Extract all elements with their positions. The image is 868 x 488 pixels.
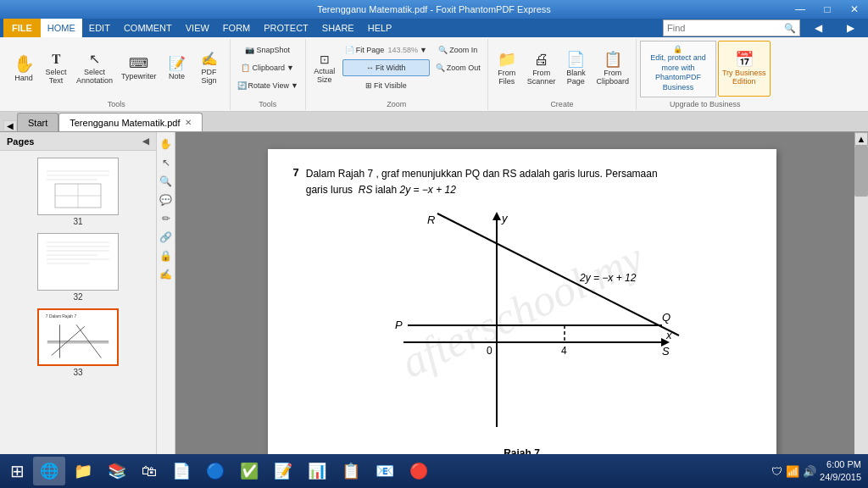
title-bar: Terengganu Matematik.pdf - Foxit Phantom…	[0, 0, 868, 19]
menu-file[interactable]: FILE	[3, 19, 41, 37]
scroll-up-button[interactable]: ▲	[854, 132, 868, 146]
taskbar-library[interactable]: 📚	[101, 457, 133, 485]
menu-edit[interactable]: EDIT	[82, 19, 117, 37]
menu-bar: FILE HOME EDIT COMMENT VIEW FORM PROTECT…	[0, 19, 868, 37]
try-business-button[interactable]: 📅 Try BusinessEdition	[718, 41, 771, 97]
fit-width-button[interactable]: ↔ Fit Width	[342, 59, 430, 76]
menu-protect[interactable]: PROTECT	[257, 19, 315, 37]
vertical-scrollbar[interactable]: ▲ ▼	[854, 132, 868, 469]
blank-page-button[interactable]: 📄 BlankPage	[560, 41, 591, 97]
actual-size-button[interactable]: ⊡ ActualSize	[309, 41, 340, 97]
tool-zoom[interactable]: 🔍	[158, 173, 175, 190]
menu-home[interactable]: HOME	[41, 19, 82, 37]
menu-help[interactable]: HELP	[361, 19, 399, 37]
minimize-button[interactable]: —	[787, 0, 814, 19]
clock[interactable]: 6:00 PM 24/9/2015	[820, 458, 861, 485]
window-controls: — □ ✕	[787, 0, 868, 19]
ribbon-group-tools: ✋ Hand 𝐓 SelectText ↖ SelectAnnotation ⌨…	[3, 39, 231, 110]
calendar-icon: 📅	[735, 52, 754, 67]
select-annotation-icon: ↖	[89, 53, 100, 66]
search-box[interactable]: 🔍	[663, 19, 800, 36]
menu-comment[interactable]: COMMENT	[117, 19, 179, 37]
tab-document[interactable]: Terengganu Matematik.pdf ✕	[58, 113, 203, 131]
search-input[interactable]	[667, 23, 784, 33]
select-annotation-button[interactable]: ↖ SelectAnnotation	[73, 41, 116, 97]
page-preview-32	[38, 234, 118, 290]
clipboard-button[interactable]: 📋 Clipboard ▼	[235, 59, 301, 76]
tool-lock[interactable]: 🔒	[158, 247, 175, 264]
clipboard-dropdown-icon[interactable]: ▼	[287, 64, 294, 72]
from-scanner-button[interactable]: 🖨 FromScanner	[524, 41, 559, 97]
snapshot-button[interactable]: 📷 SnapShot	[235, 42, 301, 58]
tab-close-icon[interactable]: ✕	[185, 118, 192, 127]
fit-page-button[interactable]: 📄 Fit Page 143.58% ▼	[342, 42, 430, 58]
sidebar-collapse-button[interactable]: ◀	[142, 136, 149, 146]
taskbar-outlook[interactable]: 📧	[369, 457, 401, 485]
taskbar-foxit[interactable]: 📄	[165, 457, 198, 485]
tool-link[interactable]: 🔗	[158, 229, 175, 246]
select-annotation-label: SelectAnnotation	[76, 68, 113, 85]
page-thumb-33[interactable]: 7 Dalam Rajah 7 33	[37, 308, 119, 377]
page-preview-33: 7 Dalam Rajah 7	[39, 309, 117, 365]
taskbar-chrome[interactable]: 🔵	[199, 457, 231, 485]
zoom-dropdown[interactable]: ▼	[420, 46, 427, 54]
pdf-sign-label: PDFSign	[202, 68, 217, 85]
avira-icon: 🛡	[771, 465, 782, 478]
select-text-button[interactable]: 𝐓 SelectText	[41, 41, 71, 97]
point-s-label: S	[662, 345, 670, 358]
from-clipboard-button[interactable]: 📋 FromClipboard	[593, 41, 632, 97]
menu-form[interactable]: FORM	[216, 19, 257, 37]
tab-nav-left[interactable]: ◀	[3, 120, 17, 131]
taskbar-powerpoint[interactable]: 📋	[335, 457, 367, 485]
from-files-button[interactable]: 📁 FromFiles	[492, 41, 522, 97]
tab-start[interactable]: Start	[17, 113, 58, 131]
svg-text:7  Dalam Rajah 7: 7 Dalam Rajah 7	[46, 314, 77, 319]
snapshot-label: SnapShot	[256, 46, 290, 54]
scroll-track[interactable]	[854, 146, 868, 456]
system-tray-icons: 🛡 📶 🔊	[771, 465, 816, 478]
taskbar-task[interactable]: ✅	[233, 457, 265, 485]
maximize-button[interactable]: □	[814, 0, 841, 19]
y-axis-arrow	[492, 212, 501, 220]
rotate-dropdown-icon[interactable]: ▼	[291, 81, 298, 90]
page-thumb-img-33: 7 Dalam Rajah 7	[37, 308, 119, 366]
note-button[interactable]: 📝 Note	[162, 41, 192, 97]
search-icon: 🔍	[784, 23, 796, 34]
fit-visible-button[interactable]: ⊞ Fit Visible	[342, 77, 430, 94]
close-button[interactable]: ✕	[841, 0, 868, 19]
menu-view[interactable]: VIEW	[179, 19, 216, 37]
ribbon-group-upgrade: 🔒 Edit, protect and more with PhantomPDF…	[637, 39, 774, 110]
hand-label: Hand	[14, 74, 33, 82]
tool-comment[interactable]: 💬	[158, 191, 175, 208]
sidebar-header: Pages ◀	[0, 132, 156, 151]
taskbar-ie[interactable]: 🌐	[33, 457, 65, 485]
tool-select[interactable]: ↖	[158, 154, 175, 171]
zoom-in-button[interactable]: 🔍 Zoom In	[433, 42, 483, 58]
zoom-out-button[interactable]: 🔍 Zoom Out	[433, 59, 483, 76]
from-clipboard-label: FromClipboard	[596, 69, 629, 86]
tools-group-label: Tools	[108, 98, 125, 108]
tool-markup[interactable]: ✏	[158, 210, 175, 227]
create-group-label: Create	[550, 98, 573, 108]
chrome-icon: 🔵	[206, 462, 225, 480]
taskbar-explorer[interactable]: 📁	[67, 457, 99, 485]
taskbar-pdf[interactable]: 🔴	[403, 457, 435, 485]
typewriter-button[interactable]: ⌨ Typewriter	[118, 41, 160, 97]
edit-protect-button[interactable]: 🔒 Edit, protect and more with PhantomPDF…	[640, 41, 716, 97]
hand-button[interactable]: ✋ Hand	[8, 41, 39, 97]
taskbar-right: 🛡 📶 🔊 6:00 PM 24/9/2015	[771, 458, 865, 485]
page-thumb-img-32	[37, 233, 119, 291]
rotate-view-button[interactable]: 🔄 Rotate View ▼	[235, 77, 301, 94]
page-thumb-32[interactable]: 32	[37, 233, 119, 302]
point-q-label: Q	[662, 311, 670, 324]
tool-sign[interactable]: ✍	[158, 266, 175, 283]
menu-share[interactable]: SHARE	[315, 19, 361, 37]
taskbar-store[interactable]: 🛍	[135, 457, 164, 485]
page-thumb-31[interactable]: 31	[37, 158, 119, 226]
taskbar-excel[interactable]: 📊	[301, 457, 333, 485]
scroll-thumb[interactable]	[854, 146, 868, 197]
tool-hand[interactable]: ✋	[158, 136, 175, 152]
start-button[interactable]: ⊞	[3, 461, 31, 481]
taskbar-word[interactable]: 📝	[267, 457, 299, 485]
pdf-sign-button[interactable]: ✍ PDFSign	[194, 41, 225, 97]
